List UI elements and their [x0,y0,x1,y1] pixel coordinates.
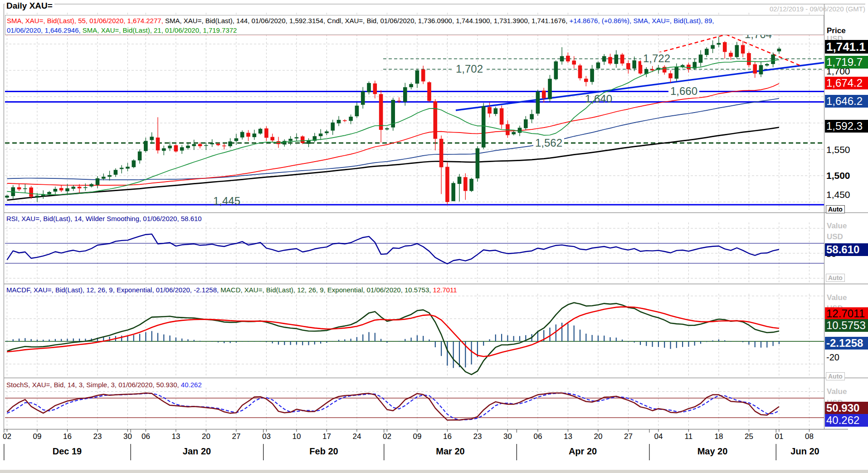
macd-value-label: Value [827,293,847,302]
last-value-badge: 50.930 [825,402,868,414]
chart-window: Daily XAU= 02/12/2019 - 09/06/2020 (GMT)… [0,0,868,473]
price-axis-tick: 1,450 [826,189,850,200]
last-value-badge: 40.262 [825,414,868,427]
price-auto-button[interactable]: Auto [826,205,845,213]
axis-day-label: 16 [61,432,74,441]
stoch-value-label: Value [827,387,847,396]
rsi-legend: RSI, XAU=, Bid(Last), 14, Wilder Smoothi… [6,215,202,222]
last-value-badge: 10.5753 [825,319,868,332]
axis-day-label: 06 [532,432,544,441]
window-bottom-strip [0,470,868,473]
axis-day-label: 18 [712,432,725,441]
axis-day-label: 30 [501,432,514,441]
macd-auto-button[interactable]: Auto [826,372,845,380]
axis-day-label: 04 [652,432,665,441]
price-legend-line1: SMA, XAU=, Bid(Last), 55, 01/06/2020, 1,… [7,16,822,25]
legend-segment: SMA, XAU=, Bid(Last), 144, 01/06/2020, 1… [165,17,570,25]
axis-day-label: 03 [260,432,273,441]
axis-day-label: 20 [592,432,605,441]
last-value-badge: 1,592.3 [825,120,868,133]
last-value-badge: 1,719.7 [825,56,868,69]
price-legend-line2: 01/06/2020, 1,646.2946, SMA, XAU=, Bid(L… [7,25,822,35]
price-axis-tick: 1,550 [826,144,850,155]
legend-segment: RSI, XAU=, Bid(Last), 14, Wilder Smoothi… [6,215,202,222]
price-axis-tick: 1,500 [826,170,850,181]
axis-day-label: 27 [622,432,634,441]
legend-segment: StochS, XAU=, Bid, 14, 3, Simple, 3, 01/… [6,381,181,389]
last-value-badge: 1,646.2 [825,95,868,108]
axis-day-label: 25 [742,432,755,441]
last-value-badge: 12.7011 [825,307,868,320]
price-annotation-1660: 1,660 [668,85,699,98]
axis-day-label: 17 [320,432,333,441]
price-annotation-1562: 1,562 [533,137,564,149]
axis-day-label: 20 [200,432,212,441]
axis-day-label: 23 [471,432,484,441]
last-value-badge: 1,674.2 [825,77,868,89]
axis-day-label: 09 [31,432,44,441]
axis-day-label: 09 [411,432,424,441]
last-value-badge: 1,741.1 [825,40,868,54]
axis-month-label: Jan 20 [172,446,222,457]
last-value-badge: -2.1258 [825,337,868,350]
axis-month-label: Feb 20 [299,446,349,457]
axis-day-label: 16 [441,432,454,441]
axis-day-label: 02 [380,432,393,441]
price-legend-box: SMA, XAU=, Bid(Last), 55, 01/06/2020, 1,… [5,15,824,35]
legend-segment: 01/06/2020, 1,646.2946, [7,26,83,34]
axis-day-label: 08 [803,432,815,441]
legend-segment: 40.262 [181,381,202,389]
axis-month-label: Jun 20 [780,446,830,457]
legend-segment: SMA, XAU=, Bid(Last), 55, 01/06/2020, 1,… [7,17,165,25]
axis-day-label: 13 [170,432,182,441]
rsi-value-label: Value [827,222,847,231]
price-annotation-1445: 1,445 [211,195,242,207]
rsi-auto-button[interactable]: Auto [826,274,845,282]
axis-day-label: 10 [290,432,303,441]
axis-month-label: Apr 20 [558,446,608,457]
price-annotation-1722: 1,722 [641,52,672,65]
legend-segment: SMA, XAU=, Bid(Last), 21, 01/06/2020, 1,… [83,26,237,34]
price-annotation-1640: 1,640 [583,93,614,105]
axis-day-label: 01 [773,432,785,441]
price-annotation-1702: 1,702 [454,63,485,75]
axis-month-label: Mar 20 [425,446,475,457]
rsi-unit-label: USD [827,232,843,241]
legend-segment: +14.8676, (+0.86%), [569,17,633,25]
axis-day-label: 02 [1,432,14,441]
axis-day-label: 11 [682,432,695,441]
legend-segment: MACDF, XAU=, Bid(Last), 12, 26, 9, Expon… [6,286,220,294]
axis-day-label: 30 [122,432,134,441]
axis-day-label: 06 [139,432,152,441]
legend-segment: SMA, XAU=, Bid(Last), 89, [633,17,714,25]
macd-tick-minus20: -20 [826,352,839,363]
chart-canvas[interactable] [0,0,868,473]
macd-legend: MACDF, XAU=, Bid(Last), 12, 26, 9, Expon… [6,286,457,294]
axis-day-label: 24 [351,432,363,441]
axis-day-label: 23 [91,432,104,441]
date-range: 02/12/2019 - 09/06/2020 (GMT) [770,5,865,13]
chart-title: Daily XAU= [5,1,54,11]
legend-segment: 12.7011 [433,286,457,294]
price-axis-title: Price [827,26,846,35]
axis-month-label: Dec 19 [42,446,92,457]
legend-segment: MACD, XAU=, Bid(Last), 12, 26, 9, Expone… [220,286,433,294]
axis-month-label: May 20 [688,446,737,457]
last-value-badge: 58.610 [825,243,868,256]
axis-day-label: 27 [230,432,243,441]
axis-day-label: 13 [561,432,574,441]
stoch-legend: StochS, XAU=, Bid, 14, 3, Simple, 3, 01/… [6,381,202,389]
